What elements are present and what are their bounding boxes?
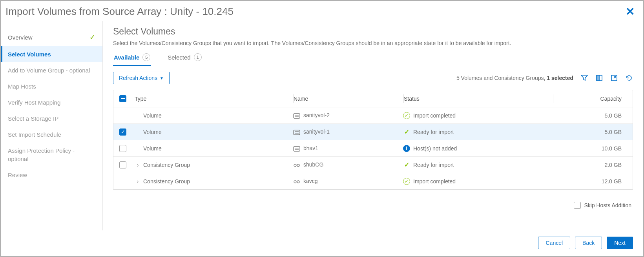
table-row[interactable]: Volumesanityvol-2✓Import completed5.0 GB (113, 107, 633, 124)
step-overview[interactable]: Overview ✓ (1, 29, 102, 46)
consistency-group-icon (293, 163, 300, 168)
step-schedule[interactable]: Set Import Schedule (1, 127, 102, 143)
name-label: sanityvol-1 (303, 128, 330, 135)
status-label: Import completed (413, 178, 456, 185)
name-label: shubCG (303, 161, 323, 168)
volume-icon (293, 130, 300, 135)
next-button[interactable]: Next (607, 237, 633, 249)
capacity-label: 2.0 GB (552, 162, 633, 168)
selected-count: 1 (194, 53, 202, 61)
type-label: Volume (143, 145, 162, 152)
status-ready-icon: ✓ (403, 161, 410, 168)
skip-hosts-label: Skip Hosts Addition (584, 202, 631, 208)
status-label: Ready for import (413, 129, 454, 135)
row-checkbox[interactable]: ✓ (119, 128, 126, 136)
type-label: Volume (143, 112, 162, 119)
volumes-table: Type Name Status Capacity Volumesanityvo… (113, 90, 633, 190)
capacity-label: 12.0 GB (552, 178, 633, 185)
status-label: Host(s) not added (413, 145, 457, 152)
import-volumes-dialog: Import Volumes from Source Array : Unity… (0, 0, 644, 257)
skip-hosts-checkbox[interactable] (574, 202, 581, 209)
capacity-label: 5.0 GB (552, 112, 633, 119)
row-checkbox[interactable] (119, 161, 126, 168)
table-header: Type Name Status Capacity (113, 90, 633, 107)
cancel-button[interactable]: Cancel (538, 237, 570, 249)
back-button[interactable]: Back (575, 237, 602, 249)
panel-heading: Select Volumes (113, 26, 633, 37)
select-all-checkbox[interactable] (119, 95, 126, 102)
type-label: Consistency Group (143, 178, 190, 185)
volume-tabs: Available 5 Selected 1 (113, 53, 633, 66)
refresh-icon[interactable] (625, 74, 633, 82)
type-label: Volume (143, 129, 162, 135)
available-count: 5 (142, 53, 150, 61)
volume-icon (293, 113, 300, 119)
dialog-header: Import Volumes from Source Array : Unity… (1, 1, 643, 21)
columns-icon[interactable] (595, 74, 603, 82)
status-completed-icon: ✓ (403, 178, 410, 185)
step-protection[interactable]: Assign Protection Policy - optional (1, 143, 102, 167)
table-row[interactable]: Volumebhav1iHost(s) not added10.0 GB (113, 140, 633, 157)
status-label: Import completed (413, 112, 456, 119)
dialog-footer: Cancel Back Next (1, 230, 643, 256)
checkmark-icon: ✓ (89, 33, 95, 42)
step-verify-mapping[interactable]: Verify Host Mapping (1, 94, 102, 110)
step-map-hosts[interactable]: Map Hosts (1, 78, 102, 94)
col-status[interactable]: Status (404, 96, 553, 102)
export-icon[interactable] (610, 74, 618, 82)
step-storage-ip[interactable]: Select a Storage IP (1, 110, 102, 127)
col-capacity[interactable]: Capacity (553, 96, 633, 102)
status-info-icon: i (403, 145, 410, 152)
name-label: kavcg (303, 178, 318, 184)
caret-down-icon: ▼ (160, 76, 164, 80)
tab-selected[interactable]: Selected 1 (167, 53, 202, 66)
step-select-volumes[interactable]: Select Volumes (1, 46, 102, 62)
expand-icon[interactable]: › (135, 178, 141, 185)
col-type[interactable]: Type (132, 96, 293, 102)
table-row[interactable]: ›Consistency Groupkavcg✓Import completed… (113, 173, 633, 190)
panel-description: Select the Volumes/Consistency Groups th… (113, 40, 633, 46)
step-add-volume-group[interactable]: Add to Volume Group - optional (1, 62, 102, 78)
selection-summary: 5 Volumes and Consistency Groups, 1 sele… (456, 75, 573, 81)
table-row[interactable]: ✓Volumesanityvol-1✓Ready for import5.0 G… (113, 124, 633, 140)
expand-icon[interactable]: › (135, 162, 141, 168)
status-label: Ready for import (413, 162, 454, 168)
consistency-group-icon (293, 179, 300, 185)
name-label: sanityvol-2 (303, 112, 330, 118)
status-ready-icon: ✓ (403, 128, 410, 136)
dialog-title: Import Volumes from Source Array : Unity… (5, 5, 626, 18)
status-completed-icon: ✓ (403, 112, 410, 119)
refresh-actions-button[interactable]: Refresh Actions ▼ (113, 72, 170, 84)
row-checkbox[interactable] (119, 145, 126, 152)
close-icon[interactable]: ✕ (626, 6, 635, 17)
capacity-label: 5.0 GB (552, 129, 633, 135)
type-label: Consistency Group (143, 162, 190, 168)
tab-available[interactable]: Available 5 (113, 53, 151, 66)
table-row[interactable]: ›Consistency GroupshubCG✓Ready for impor… (113, 157, 633, 173)
name-label: bhav1 (303, 145, 318, 151)
capacity-label: 10.0 GB (552, 145, 633, 152)
volume-icon (293, 146, 300, 152)
wizard-steps: Overview ✓ Select Volumes Add to Volume … (1, 21, 103, 230)
col-name[interactable]: Name (294, 96, 403, 102)
filter-icon[interactable] (580, 74, 588, 82)
step-review[interactable]: Review (1, 167, 102, 183)
